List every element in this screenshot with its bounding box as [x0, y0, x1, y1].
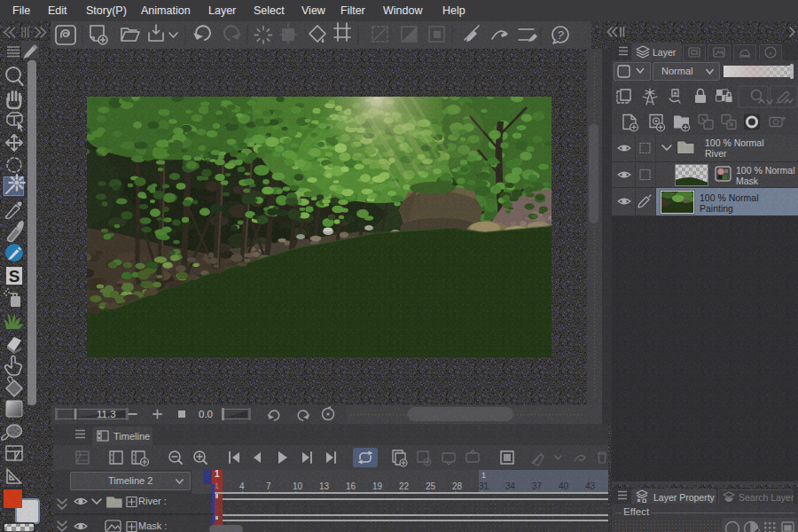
svg-text:?: ? [557, 28, 564, 42]
svg-text:S: S [9, 267, 20, 286]
